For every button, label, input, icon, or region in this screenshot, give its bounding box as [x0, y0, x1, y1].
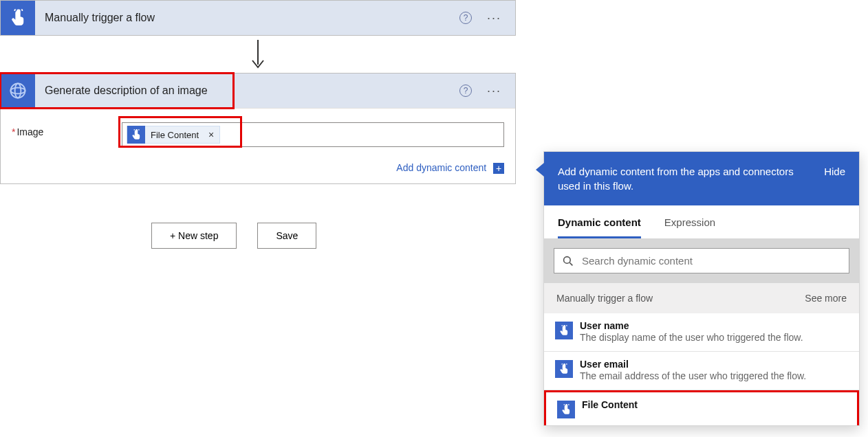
- tab-dynamic-content[interactable]: Dynamic content: [558, 216, 641, 238]
- dynamic-panel-title: Add dynamic content from the apps and co…: [558, 164, 810, 193]
- svg-point-3: [15, 84, 21, 98]
- new-step-button[interactable]: + New step: [151, 223, 237, 249]
- ai-action-icon: [1, 74, 35, 108]
- action-title: Generate description of an image: [45, 85, 450, 97]
- item-desc: The email address of the user who trigge…: [580, 370, 806, 383]
- callout-arrow-icon: [536, 163, 544, 177]
- bottom-buttons: + New step Save: [151, 223, 536, 249]
- dynamic-item-user-name[interactable]: User name The display name of the user w…: [544, 313, 859, 352]
- add-dynamic-content-link[interactable]: Add dynamic content: [396, 162, 486, 173]
- hide-panel-link[interactable]: Hide: [824, 164, 845, 179]
- field-label-image: *Image: [12, 122, 115, 137]
- search-input[interactable]: [581, 254, 840, 267]
- plus-icon[interactable]: +: [493, 163, 504, 174]
- token-file-content[interactable]: File Content ×: [127, 126, 220, 144]
- search-icon: [563, 256, 574, 267]
- dynamic-item-user-email[interactable]: User email The email address of the user…: [544, 352, 859, 390]
- manual-trigger-icon: [1, 1, 35, 35]
- search-dynamic-content[interactable]: [554, 248, 849, 273]
- item-desc: The display name of the user who trigger…: [580, 331, 803, 344]
- action-body: *Image File Content ×: [1, 108, 515, 155]
- svg-point-1: [11, 84, 25, 98]
- dynamic-panel-tabs: Dynamic content Expression: [544, 205, 859, 238]
- add-dynamic-row: Add dynamic content +: [1, 155, 515, 183]
- group-title: Manually trigger a flow: [556, 293, 653, 304]
- flow-canvas: Manually trigger a flow ? ··· Generate d…: [0, 0, 536, 249]
- manual-trigger-icon: [555, 360, 573, 378]
- action-card: Generate description of an image ? ··· *…: [0, 73, 516, 184]
- trigger-card[interactable]: Manually trigger a flow ? ···: [0, 0, 516, 36]
- tab-expression[interactable]: Expression: [664, 216, 715, 238]
- trigger-title: Manually trigger a flow: [45, 12, 450, 24]
- dynamic-group-header: Manually trigger a flow See more: [544, 283, 859, 313]
- svg-line-5: [569, 262, 572, 265]
- trigger-more-menu[interactable]: ···: [487, 11, 501, 25]
- see-more-link[interactable]: See more: [805, 293, 847, 304]
- dynamic-panel-header: Add dynamic content from the apps and co…: [544, 152, 859, 205]
- item-title: User email: [580, 359, 806, 370]
- help-icon[interactable]: ?: [459, 12, 472, 24]
- manual-trigger-icon: [555, 322, 573, 339]
- dynamic-content-panel: Add dynamic content from the apps and co…: [543, 151, 860, 426]
- manual-trigger-icon: [127, 126, 145, 144]
- svg-point-2: [11, 88, 25, 94]
- save-button[interactable]: Save: [257, 223, 316, 249]
- item-title: User name: [580, 320, 803, 331]
- dynamic-item-file-content[interactable]: File Content: [544, 390, 859, 425]
- action-header[interactable]: Generate description of an image ? ···: [1, 74, 515, 108]
- manual-trigger-icon: [557, 401, 575, 418]
- remove-token-icon[interactable]: ×: [203, 129, 219, 140]
- trigger-header[interactable]: Manually trigger a flow ? ···: [1, 1, 515, 35]
- connector-arrow: [0, 36, 516, 73]
- image-input[interactable]: File Content ×: [122, 122, 504, 147]
- help-icon[interactable]: ?: [459, 85, 472, 97]
- item-title: File Content: [582, 399, 638, 410]
- svg-point-4: [564, 256, 571, 263]
- action-more-menu[interactable]: ···: [487, 84, 501, 98]
